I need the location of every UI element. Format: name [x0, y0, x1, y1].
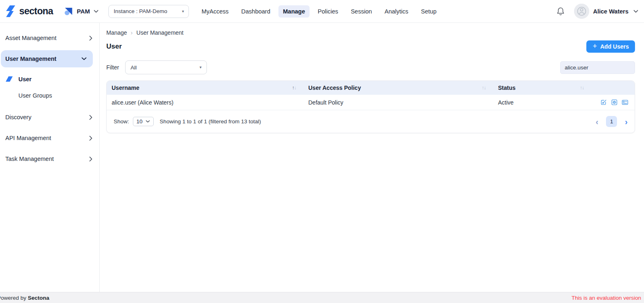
previous-page-icon[interactable]: ‹	[596, 118, 599, 126]
chevron-right-icon	[89, 115, 92, 120]
sidebar-item-api-management[interactable]: API Management	[0, 129, 99, 147]
chevron-right-icon	[89, 156, 92, 162]
brand-logo: sectona	[6, 5, 53, 18]
chevron-right-icon	[89, 36, 92, 41]
sort-icon-status[interactable]: ↑↓	[580, 85, 584, 91]
topbar: sectona PAM Instance : PAM-Demo ▾ MyAcce…	[0, 0, 644, 23]
powered-by: Powered by Sectona	[0, 295, 49, 301]
main-nav: MyAccess Dashboard Manage Policies Sessi…	[197, 5, 441, 18]
user-active-marker-icon	[6, 76, 13, 82]
main-content: Manage › User Management User + Add User…	[100, 23, 644, 292]
instance-selector[interactable]: Instance : PAM-Demo ▾	[108, 5, 189, 18]
powered-by-brand: Sectona	[28, 295, 49, 301]
sidebar-item-task-management[interactable]: Task Management	[0, 150, 99, 167]
nav-myaccess[interactable]: MyAccess	[197, 5, 233, 18]
breadcrumb-separator-icon: ›	[131, 29, 133, 36]
plus-icon: +	[592, 42, 597, 51]
pagination-summary: Showing 1 to 1 of 1 (filtered from 13 to…	[160, 118, 261, 125]
chevron-down-icon	[81, 57, 87, 60]
product-label: PAM	[77, 8, 90, 15]
add-users-button[interactable]: + Add Users	[586, 40, 635, 53]
pagination-bar: Show: 10 Showing 1 to 1 of 1 (filtered f…	[107, 110, 635, 133]
chevron-right-icon	[89, 136, 92, 141]
edit-user-icon[interactable]	[600, 99, 607, 106]
column-header-status[interactable]: Status	[498, 85, 516, 91]
cell-user-access-policy: Default Policy	[308, 99, 343, 106]
show-label: Show:	[114, 118, 129, 125]
pam-product-icon	[64, 7, 73, 16]
caret-down-icon: ▾	[200, 65, 202, 69]
cell-username: alice.user (Alice Waters)	[112, 99, 173, 106]
page-title: User	[106, 42, 122, 51]
filter-label: Filter	[106, 64, 119, 71]
sidebar-item-discovery[interactable]: Discovery	[0, 109, 99, 126]
evaluation-notice: This is an evaluation version	[572, 295, 641, 301]
sidebar-item-label: User Management	[5, 56, 56, 62]
user-profile-card-icon[interactable]	[622, 99, 628, 106]
breadcrumb-manage[interactable]: Manage	[106, 29, 127, 36]
page-number-1[interactable]: 1	[606, 116, 617, 127]
add-users-label: Add Users	[600, 43, 629, 50]
sidebar-subitem-user-groups[interactable]: User Groups	[0, 87, 99, 104]
powered-by-prefix: Powered by	[0, 295, 28, 301]
nav-analytics[interactable]: Analytics	[380, 5, 413, 18]
sidebar-item-label: Asset Management	[5, 35, 56, 41]
sidebar-item-label: Task Management	[5, 156, 54, 162]
user-menu-chevron-icon[interactable]	[633, 10, 638, 13]
column-header-username[interactable]: Username	[112, 85, 139, 91]
table-header-row: Username ↑↓ User Access Policy ↑↓ Status…	[107, 81, 635, 95]
sidebar-subitem-user[interactable]: User	[0, 71, 99, 87]
nav-setup[interactable]: Setup	[417, 5, 441, 18]
sidebar: Asset Management User Management User Us…	[0, 23, 100, 292]
topbar-right: Alice Waters	[556, 4, 639, 19]
sidebar-item-user-management[interactable]: User Management	[1, 50, 93, 67]
product-switcher[interactable]: PAM	[64, 7, 99, 16]
sectona-bolt-icon	[6, 5, 16, 18]
nav-session[interactable]: Session	[346, 5, 377, 18]
sidebar-item-asset-management[interactable]: Asset Management	[0, 29, 99, 47]
nav-manage[interactable]: Manage	[278, 5, 310, 18]
instance-selector-value: Instance : PAM-Demo	[114, 8, 167, 14]
footer: Powered by Sectona This is an evaluation…	[0, 292, 644, 303]
user-settings-icon[interactable]	[611, 99, 618, 106]
notification-bell-icon[interactable]	[556, 7, 565, 16]
user-avatar[interactable]	[574, 4, 589, 19]
table-row: alice.user (Alice Waters) Default Policy…	[107, 95, 635, 110]
caret-down-icon: ▾	[182, 9, 184, 13]
sidebar-item-label: API Management	[5, 135, 51, 141]
breadcrumb-user-management: User Management	[137, 29, 184, 36]
page-size-select[interactable]: 10	[133, 117, 154, 126]
cell-status: Active	[498, 99, 514, 106]
chevron-down-icon	[146, 120, 150, 123]
column-header-user-access-policy[interactable]: User Access Policy	[308, 85, 361, 91]
nav-policies[interactable]: Policies	[313, 5, 343, 18]
page-size-value: 10	[137, 118, 143, 125]
sidebar-subitem-label: User	[18, 76, 31, 82]
next-page-icon[interactable]: ›	[625, 118, 628, 126]
brand-name: sectona	[19, 6, 53, 17]
user-name[interactable]: Alice Waters	[593, 8, 629, 15]
sidebar-subitem-label: User Groups	[18, 92, 52, 99]
users-table: Username ↑↓ User Access Policy ↑↓ Status…	[106, 80, 635, 133]
sort-icon-user-access-policy[interactable]: ↑↓	[482, 85, 486, 91]
sort-icon-username[interactable]: ↑↓	[292, 85, 296, 91]
nav-dashboard[interactable]: Dashboard	[237, 5, 275, 18]
chevron-down-icon	[94, 10, 99, 13]
filter-dropdown-value: All	[130, 65, 137, 71]
filter-dropdown[interactable]: All ▾	[125, 60, 207, 74]
sidebar-item-label: Discovery	[5, 114, 31, 120]
breadcrumb: Manage › User Management	[106, 29, 635, 36]
search-input[interactable]	[560, 61, 635, 74]
